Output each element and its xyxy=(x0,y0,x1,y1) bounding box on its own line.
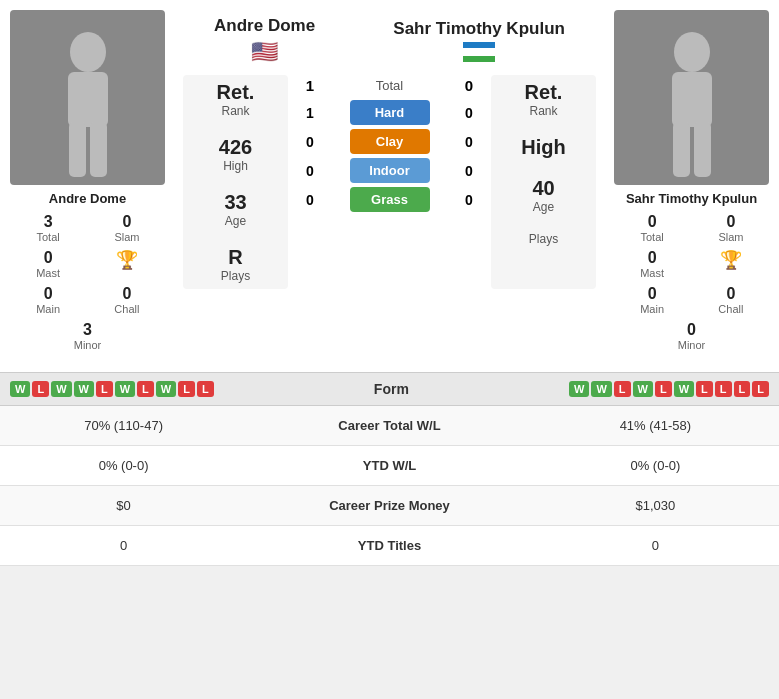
total-left-score: 1 xyxy=(296,77,324,94)
form-label: Form xyxy=(374,381,409,397)
right-age-value: 40 xyxy=(532,177,554,200)
right-main-stat: 0 Main xyxy=(614,285,691,315)
left-main-value: 0 xyxy=(44,285,53,303)
right-minor-value: 0 xyxy=(687,321,696,339)
left-player-silhouette xyxy=(43,30,133,185)
left-high-label: High xyxy=(223,159,248,173)
left-player-card: Andre Dome 3 Total 0 Slam 0 Mast 🏆 xyxy=(0,10,175,354)
svg-point-4 xyxy=(674,32,710,72)
right-flag xyxy=(393,42,565,62)
stats-cell-label: Career Total W/L xyxy=(247,406,532,445)
left-plays-value: R xyxy=(228,246,242,269)
form-section: WLWWLWLWLL Form WWLWLWLLLL xyxy=(0,372,779,406)
right-chall-value: 0 xyxy=(726,285,735,303)
right-slam-stat: 0 Slam xyxy=(693,213,770,243)
court-section: 1 Total 0 1 Hard 0 0 Clay 0 xyxy=(296,75,483,289)
right-name-center: Sahr Timothy Kpulun xyxy=(393,19,565,62)
stats-cell-label: YTD Titles xyxy=(247,526,532,565)
right-name-center-text: Sahr Timothy Kpulun xyxy=(393,19,565,39)
grass-badge: Grass xyxy=(350,187,430,212)
right-chall-stat: 0 Chall xyxy=(693,285,770,315)
left-high-value: 426 xyxy=(219,136,252,159)
left-flag: 🇺🇸 xyxy=(214,39,315,65)
svg-rect-3 xyxy=(90,122,107,177)
grass-left-score: 0 xyxy=(296,192,324,208)
stats-cell-label: Career Prize Money xyxy=(247,486,532,525)
right-player-name: Sahr Timothy Kpulun xyxy=(626,191,757,206)
left-chall-value: 0 xyxy=(122,285,131,303)
right-age-label: Age xyxy=(533,200,554,214)
form-badge: L xyxy=(197,381,214,397)
form-badge: L xyxy=(752,381,769,397)
right-trophy-icon: 🏆 xyxy=(720,249,742,271)
right-player-silhouette xyxy=(647,30,737,185)
right-total-stat: 0 Total xyxy=(614,213,691,243)
left-trophy: 🏆 xyxy=(89,249,166,279)
form-badge: L xyxy=(96,381,113,397)
svg-rect-2 xyxy=(69,122,86,177)
stats-table-row: 70% (110-47) Career Total W/L 41% (41-58… xyxy=(0,406,779,446)
right-main-label: Main xyxy=(640,303,664,315)
left-age-label: Age xyxy=(225,214,246,228)
left-stats-panel: Ret. Rank 426 High 33 Age R Plays xyxy=(183,75,288,289)
left-trophy-icon: 🏆 xyxy=(116,249,138,271)
middle-section: Andre Dome 🇺🇸 Sahr Timothy Kpulun xyxy=(175,10,604,354)
right-high-value: High xyxy=(521,136,565,159)
left-rank-block: Ret. Rank xyxy=(217,81,255,118)
form-badge: W xyxy=(674,381,694,397)
clay-right-score: 0 xyxy=(455,134,483,150)
form-badge: L xyxy=(734,381,751,397)
right-chall-label: Chall xyxy=(718,303,743,315)
indoor-row: 0 Indoor 0 xyxy=(296,158,483,183)
stats-cell-left: 0% (0-0) xyxy=(0,446,247,485)
stats-cell-left: $0 xyxy=(0,486,247,525)
right-rank-sublabel: Rank xyxy=(529,104,557,118)
form-badge: L xyxy=(137,381,154,397)
total-row: 1 Total 0 xyxy=(296,75,483,96)
form-badge: W xyxy=(74,381,94,397)
stats-table-row: $0 Career Prize Money $1,030 xyxy=(0,486,779,526)
left-mast-label: Mast xyxy=(36,267,60,279)
left-total-stat: 3 Total xyxy=(10,213,87,243)
left-slam-value: 0 xyxy=(122,213,131,231)
svg-rect-6 xyxy=(673,122,690,177)
form-badge: W xyxy=(51,381,71,397)
clay-row: 0 Clay 0 xyxy=(296,129,483,154)
left-age-value: 33 xyxy=(224,191,246,214)
right-trophy: 🏆 xyxy=(693,249,770,279)
hard-left-score: 1 xyxy=(296,105,324,121)
form-badge: W xyxy=(10,381,30,397)
stats-table: 70% (110-47) Career Total W/L 41% (41-58… xyxy=(0,406,779,566)
right-total-label: Total xyxy=(640,231,663,243)
left-minor-value: 3 xyxy=(83,321,92,339)
left-chall-stat: 0 Chall xyxy=(89,285,166,315)
main-container: Andre Dome 3 Total 0 Slam 0 Mast 🏆 xyxy=(0,0,779,566)
right-main-value: 0 xyxy=(648,285,657,303)
right-total-value: 0 xyxy=(648,213,657,231)
left-form-badges: WLWWLWLWLL xyxy=(10,381,214,397)
svg-rect-7 xyxy=(694,122,711,177)
form-badge: W xyxy=(115,381,135,397)
form-badge: W xyxy=(633,381,653,397)
form-badge: L xyxy=(32,381,49,397)
form-badge: L xyxy=(655,381,672,397)
left-age-block: 33 Age xyxy=(224,191,246,228)
form-badge: L xyxy=(614,381,631,397)
left-rank-label: Ret. xyxy=(217,81,255,104)
right-high-block: High xyxy=(521,136,565,159)
hard-row: 1 Hard 0 xyxy=(296,100,483,125)
right-minor-stat: 0 Minor xyxy=(653,321,730,351)
left-minor-stat: 3 Minor xyxy=(49,321,126,351)
left-chall-label: Chall xyxy=(114,303,139,315)
total-center-label: Total xyxy=(376,78,403,93)
right-player-stats: 0 Total 0 Slam 0 Mast 🏆 0 Main xyxy=(604,210,779,354)
right-minor-label: Minor xyxy=(678,339,706,351)
stats-cell-right: 0% (0-0) xyxy=(532,446,779,485)
left-total-label: Total xyxy=(36,231,59,243)
left-minor-label: Minor xyxy=(74,339,102,351)
left-plays-block: R Plays xyxy=(221,246,250,283)
left-rank-sublabel: Rank xyxy=(221,104,249,118)
right-player-card: Sahr Timothy Kpulun 0 Total 0 Slam 0 Mas… xyxy=(604,10,779,354)
right-mast-value: 0 xyxy=(648,249,657,267)
left-slam-stat: 0 Slam xyxy=(89,213,166,243)
